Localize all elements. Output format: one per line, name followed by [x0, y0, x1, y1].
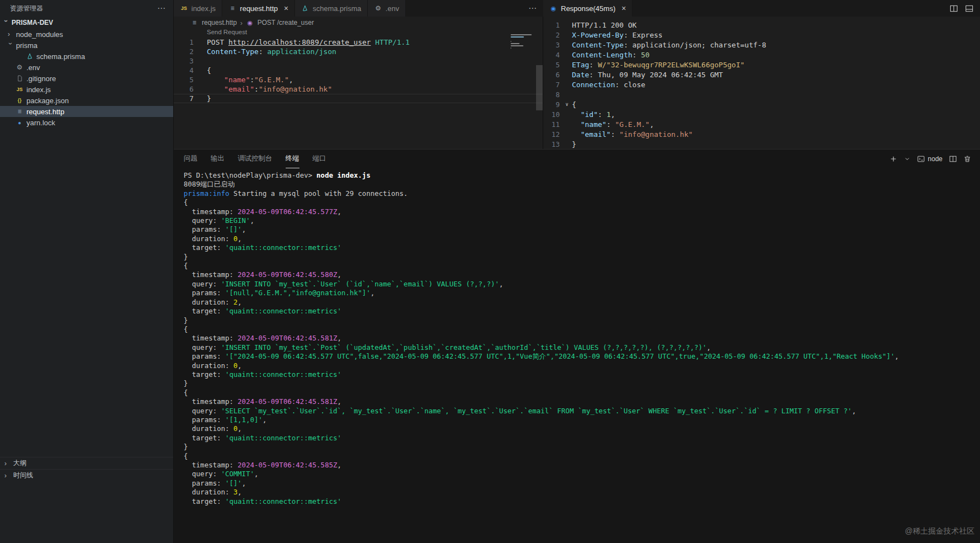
sidebar-item-env[interactable]: ⚙.env: [0, 62, 173, 73]
terminal-line: query: 'SELECT `my_test`.`User`.`id`, `m…: [184, 407, 980, 416]
split-terminal-icon[interactable]: [949, 155, 957, 163]
minimap[interactable]: [511, 34, 534, 50]
kill-terminal-icon[interactable]: [963, 155, 971, 163]
customize-layout-icon[interactable]: [965, 4, 973, 13]
line-number: 2: [543, 31, 560, 39]
new-terminal-icon[interactable]: [890, 155, 897, 163]
sidebar-item-node-modules[interactable]: ›node_modules: [0, 29, 173, 40]
editor-request-http[interactable]: ≡ request.http › ◉ POST /create_user Sen…: [174, 17, 543, 149]
explorer-more-actions-icon[interactable]: ⋯: [157, 3, 165, 13]
editor-response-panel[interactable]: 1HTTP/1.1 200 OK2X-Powered-By: Express3C…: [543, 17, 980, 149]
file-label: .gitignore: [26, 74, 56, 83]
terminal-line: params: '[null,"G.E.M.","info@gnation.hk…: [184, 289, 980, 297]
panel-actions: node: [890, 150, 971, 168]
terminal-line: target: 'quaint::connector::metrics': [184, 497, 980, 506]
file-label: request.http: [26, 108, 65, 116]
sidebar-item-prisma-dev[interactable]: ›PRISMA-DEV: [0, 17, 173, 29]
prisma-icon: [301, 4, 309, 13]
terminal-line: target: 'quaint::connector::metrics': [184, 434, 980, 443]
file-label: .env: [26, 63, 40, 72]
terminal-line: timestamp: 2024-05-09T06:42:45.581Z,: [184, 397, 980, 406]
request-code-line: 7}: [174, 94, 543, 103]
split-editor-icon[interactable]: [950, 4, 958, 13]
sidebar-item-package-json[interactable]: {}package.json: [0, 95, 173, 106]
response-code-line: 3Content-Type: application/json; charset…: [543, 40, 980, 50]
tab-env[interactable]: ⚙.env: [368, 0, 406, 17]
terminal-line: timestamp: 2024-05-09T06:42:45.581Z,: [184, 334, 980, 343]
timeline-section[interactable]: ›时间线: [0, 469, 173, 481]
panel-tab-ports[interactable]: 端口: [313, 150, 326, 168]
panel-tab-terminal[interactable]: 终端: [286, 150, 299, 168]
terminal-line: duration: 2,: [184, 298, 980, 307]
js-icon: JS: [180, 4, 188, 13]
close-icon[interactable]: ×: [622, 4, 626, 12]
terminal-line: target: 'quaint::connector::metrics': [184, 370, 980, 379]
chevron-right-icon: ›: [4, 473, 10, 478]
fold-chevron-icon[interactable]: ∨: [562, 102, 572, 107]
terminal-line: target: 'quaint::connector::metrics': [184, 243, 980, 252]
line-number: 6: [174, 85, 194, 93]
sidebar-bottom-sections: ›大纲›时间线: [0, 457, 173, 481]
terminal-instance-node[interactable]: node: [917, 155, 942, 163]
chevron-down-icon: ›: [8, 42, 13, 48]
line-number: 6: [543, 71, 560, 79]
explorer-header: 资源管理器 ⋯: [0, 0, 173, 17]
terminal-line: params: '[1,1,0]',: [184, 416, 980, 424]
request-code-line: 3: [174, 56, 543, 66]
resp-icon: ◉: [549, 4, 558, 13]
terminal-line: prisma:info Starting a mysql pool with 2…: [184, 189, 980, 198]
terminal-line: {: [184, 198, 980, 207]
response-code-line: 7Connection: close: [543, 79, 980, 89]
left-editor-tabs: JSindex.js≡request.http×schema.prisma⚙.e…: [174, 0, 543, 17]
request-editor-code[interactable]: 1POST http://localhost:8089/create_user …: [174, 38, 543, 103]
chevron-right-icon: ›: [8, 31, 13, 37]
line-number: 1: [543, 21, 560, 29]
line-number: 4: [174, 66, 194, 74]
panel-tab-output[interactable]: 输出: [211, 150, 224, 168]
request-code-line: 1POST http://localhost:8089/create_user …: [174, 38, 543, 47]
terminal-line: }: [184, 253, 980, 262]
line-number: 13: [543, 140, 560, 148]
line-number: 1: [174, 38, 194, 46]
braces-icon: {}: [15, 97, 24, 105]
more-tabs-icon[interactable]: ⋯: [528, 0, 537, 17]
bottom-panel: 问题输出调试控制台终端端口 node: [174, 149, 980, 543]
editor-scrollbar[interactable]: [536, 65, 543, 110]
sidebar-item-yarn-lock[interactable]: ●yarn.lock: [0, 117, 173, 128]
terminal-line: timestamp: 2024-05-09T06:42:45.585Z,: [184, 461, 980, 470]
file-label: yarn.lock: [26, 119, 55, 127]
tab-schema-prisma[interactable]: schema.prisma: [295, 0, 368, 17]
sidebar-item-gitignore[interactable]: .gitignore: [0, 73, 173, 84]
terminal-line: duration: 0,: [184, 361, 980, 370]
panel-tab-debug-console[interactable]: 调试控制台: [238, 150, 272, 168]
panel-header: 问题输出调试控制台终端端口 node: [174, 150, 980, 168]
sidebar-item-request-http[interactable]: ≡request.http: [0, 106, 173, 117]
file-label: package.json: [26, 97, 69, 105]
response-code-line: 5ETag: W/"32-bewuqgr7RP2ELwKSWL66goP5goI…: [543, 60, 980, 70]
line-number: 10: [543, 110, 560, 119]
response-code-line: 12 "email": "info@gnation.hk": [543, 129, 980, 139]
sidebar-item-schema-prisma[interactable]: schema.prisma: [0, 51, 173, 62]
close-icon[interactable]: ×: [284, 4, 288, 12]
panel-tab-problems[interactable]: 问题: [184, 150, 197, 168]
terminal-line: query: 'BEGIN',: [184, 216, 980, 225]
response-code[interactable]: 1HTTP/1.1 200 OK2X-Powered-By: Express3C…: [543, 20, 980, 149]
tab-response-45ms[interactable]: ◉Response(45ms)×: [543, 0, 633, 17]
terminal-output[interactable]: PS D:\test\nodePlay\prisma-dev> node ind…: [174, 168, 980, 506]
request-code-line: 2Content-Type: application/json: [174, 47, 543, 56]
yarn-icon: ●: [15, 119, 24, 127]
file-icon: [15, 74, 24, 83]
breadcrumb-route[interactable]: POST /create_user: [258, 19, 314, 26]
tab-request-http[interactable]: ≡request.http×: [222, 0, 295, 17]
tab-label: Response(45ms): [561, 4, 615, 13]
terminal-profile-chevron-icon[interactable]: [904, 156, 911, 162]
tab-index-js[interactable]: JSindex.js: [174, 0, 222, 17]
breadcrumb-file[interactable]: request.http: [202, 19, 237, 26]
outline-section[interactable]: ›大纲: [0, 457, 173, 469]
breadcrumb: ≡ request.http › ◉ POST /create_user: [174, 17, 543, 29]
sidebar-item-index-js[interactable]: JSindex.js: [0, 84, 173, 95]
tab-label: .env: [385, 4, 399, 13]
prisma-icon: [25, 52, 34, 61]
sidebar-item-prisma[interactable]: ›prisma: [0, 40, 173, 51]
send-request-codelens[interactable]: Send Request: [207, 29, 543, 38]
